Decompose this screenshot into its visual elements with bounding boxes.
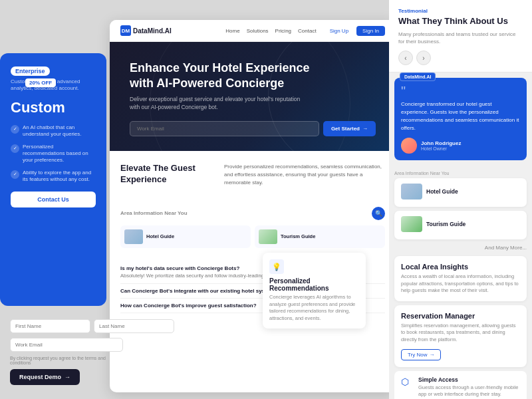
elevate-description: Provide personalized recommendations, se… [224, 163, 385, 195]
feature-text-2: Personalized recommendations based on yo… [23, 144, 96, 164]
custom-title: Custom [11, 99, 96, 116]
hero-title: Enhance Your Hotel Experience with AI-Po… [130, 61, 316, 90]
nav-links: Home Solutions Pricing Contact [225, 28, 316, 34]
quote-mark: " [401, 84, 520, 98]
simple-access-card: ⬡ Simple Access Guests access through a … [394, 371, 527, 399]
reservation-title: Reservation Manager [401, 312, 520, 320]
personalized-text: Concierge leverages AI algorithms to ana… [269, 294, 359, 322]
feature-item-1: An AI chatbot that can understand your q… [11, 124, 96, 138]
author-info: John Rodriguez Hotel Owner [421, 140, 461, 151]
feature-item-2: Personalized recommendations based on yo… [11, 144, 96, 164]
testimonial-main-title: What They Think About Us [398, 16, 523, 27]
contact-us-button[interactable]: Contact Us [11, 192, 96, 207]
nav-solutions[interactable]: Solutions [247, 28, 269, 34]
tourism-guide-thumbnail [401, 216, 422, 232]
tourism-guide-label: Tourism Guide [281, 233, 315, 239]
author-role: Hotel Owner [421, 146, 461, 151]
hero-subtitle: Deliver exceptional guest service and el… [130, 96, 303, 112]
check-icon-3 [11, 170, 19, 179]
logo-icon: DM [120, 25, 131, 36]
brand-logo: DM DataMind.AI [120, 25, 172, 36]
testimonial-author: John Rodriguez Hotel Owner [401, 138, 520, 154]
area-search-button[interactable]: 🔍 [372, 207, 385, 220]
hotel-guide-card[interactable]: Hotel Guide [120, 225, 251, 248]
local-area-title: Local Area Insights [401, 263, 520, 271]
enterprise-badge: Enterprise [11, 66, 50, 76]
simple-access-text: Guests access through a user-friendly mo… [418, 384, 520, 398]
elevate-left: Elevate The Guest Experience [120, 163, 213, 195]
testimonial-prev-button[interactable]: ‹ [398, 51, 413, 65]
feature-text-1: An AI chatbot that can understand your q… [23, 124, 96, 138]
right-features: Area Information Near You Hotel Guide To… [389, 166, 532, 399]
testimonial-section: Testimonial What They Think About Us Man… [389, 0, 532, 72]
first-name-input[interactable] [10, 319, 90, 333]
local-area-card: Local Area Insights Access a wealth of l… [394, 256, 527, 301]
right-section-label: Area Information Near You [394, 171, 527, 178]
hotel-guide-thumb [124, 229, 143, 244]
hotel-guide-feature[interactable]: Hotel Guide [394, 178, 527, 207]
reservation-card: Reservation Manager Simplifies reservati… [394, 305, 527, 368]
tourism-guide-feature[interactable]: Tourism Guide [394, 211, 527, 239]
hotel-guide-label: Hotel Guide [146, 233, 174, 239]
testimonial-navigation: ‹ › [398, 51, 523, 65]
hotel-guide-title: Hotel Guide [426, 188, 458, 195]
tourism-guide-card[interactable]: Tourism Guide [255, 225, 385, 248]
elevate-title: Elevate The Guest Experience [120, 163, 213, 186]
hero-form: Get Started [130, 121, 376, 136]
nav-home[interactable]: Home [225, 28, 239, 34]
name-row [10, 319, 123, 333]
check-icon-2 [11, 144, 19, 153]
personalized-card: 💡 Personalized Recommendations Concierge… [263, 253, 366, 329]
personalized-title: Personalized Recommendations [269, 277, 359, 292]
brand-name: DataMind.AI [133, 27, 172, 35]
author-name: John Rodriguez [421, 140, 461, 146]
area-info-cards: Hotel Guide Tourism Guide [110, 225, 396, 255]
simple-access-title: Simple Access [418, 376, 520, 383]
nav-signin-button[interactable]: Sign In [356, 26, 385, 36]
tourism-guide-title: Tourism Guide [426, 221, 466, 227]
tourism-guide-thumb [259, 229, 277, 244]
check-icon-1 [11, 125, 19, 134]
demo-form: By clicking request you agree to the ter… [0, 313, 133, 392]
terms-text: By clicking request you agree to the ter… [10, 356, 123, 365]
hero-email-input[interactable] [130, 121, 319, 136]
author-avatar [401, 138, 417, 154]
last-name-input[interactable] [94, 319, 174, 333]
testimonial-tag: Testimonial [398, 8, 523, 14]
testimonial-blue-card: DataMind.AI " Concierge transformed our … [394, 78, 527, 160]
nav-signup-link[interactable]: Sign Up [330, 28, 348, 34]
page-wrapper: 20% OFF Enterprise Custom AI chatbot, ad… [0, 0, 532, 399]
tourism-guide-header: Tourism Guide [401, 216, 520, 232]
hotel-guide-header: Hotel Guide [401, 184, 520, 200]
nav-pricing[interactable]: Pricing [275, 28, 291, 34]
right-panel: Testimonial What They Think About Us Man… [389, 0, 532, 399]
feature-item-3: Ability to explore the app and its featu… [11, 170, 96, 184]
hero-section: Enhance Your Hotel Experience with AI-Po… [110, 42, 396, 151]
personalized-icon: 💡 [269, 259, 284, 274]
discount-badge: 20% OFF [25, 78, 56, 87]
enterprise-plan-card: Enterprise Custom AI chatbot, advanced a… [0, 53, 106, 306]
elevate-section: Elevate The Guest Experience Provide per… [110, 151, 396, 207]
try-now-button[interactable]: Try Now [401, 349, 441, 360]
simple-access-content: Simple Access Guests access through a us… [418, 376, 520, 398]
simple-access-icon: ⬡ [401, 376, 414, 390]
request-demo-button[interactable]: Request Demo [10, 369, 80, 385]
testimonial-next-button[interactable]: › [416, 51, 431, 65]
testimonial-quote: Concierge transformed our hotel guest ex… [401, 100, 520, 132]
datamind-badge: DataMind.AI [400, 72, 436, 81]
nav-contact[interactable]: Contact [298, 28, 317, 34]
hero-cta-button[interactable]: Get Started [323, 121, 376, 136]
testimonial-description: Many professionals and teams trusted our… [398, 31, 523, 45]
main-website-panel: DM DataMind.AI Home Solutions Pricing Co… [110, 20, 396, 392]
site-nav: DM DataMind.AI Home Solutions Pricing Co… [110, 20, 396, 42]
hotel-guide-thumbnail [401, 184, 422, 200]
feature-text-3: Ability to explore the app and its featu… [23, 170, 96, 184]
reservation-text: Simplifies reservation management, allow… [401, 323, 520, 344]
area-info-label: Area Information Near You [120, 210, 188, 216]
and-more-label: And Many More... [394, 243, 527, 256]
area-info-header: Area Information Near You 🔍 [110, 207, 396, 220]
local-area-text: Access a wealth of local area informatio… [401, 273, 520, 295]
email-input[interactable] [10, 338, 123, 352]
